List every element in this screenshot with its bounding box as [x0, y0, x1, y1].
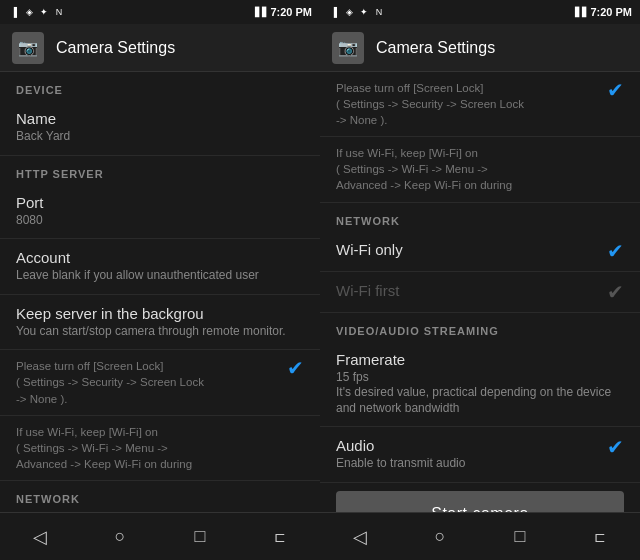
extra-btn-left[interactable]: ⊏	[240, 513, 320, 560]
setting-name[interactable]: Name Back Yard	[0, 100, 320, 156]
toolbar-title-right: Camera Settings	[376, 39, 495, 57]
toolbar-right: 📷 Camera Settings	[320, 24, 640, 72]
scroll-content-left[interactable]: DEVICE Name Back Yard HTTP SERVER Port 8…	[0, 72, 320, 512]
screen-lock-text-left: Please turn off [Screen Lock]( Settings …	[16, 358, 287, 406]
back-btn-left[interactable]: ◁	[0, 513, 80, 560]
status-icons-right: ▐ ◈ ✦ N	[328, 6, 385, 18]
wifi-status-icon-r: ◈	[343, 6, 355, 18]
keep-server-title: Keep server in the backgrou	[16, 305, 296, 322]
framerate-title: Framerate	[336, 351, 616, 368]
signal-icon: ▐	[8, 6, 20, 18]
signal-icon-r: ▐	[328, 6, 340, 18]
status-bar-right: ▐ ◈ ✦ N ▋▋ 7:20 PM	[320, 0, 640, 24]
signal-bars-right: ▋▋	[576, 6, 588, 18]
camera-icon-left: 📷	[12, 32, 44, 64]
keep-server-subtitle: You can start/stop camera through remote…	[16, 324, 296, 340]
account-subtitle: Leave blank if you allow unauthenticated…	[16, 268, 296, 284]
port-title: Port	[16, 194, 296, 211]
setting-port[interactable]: Port 8080	[0, 184, 320, 240]
extra-btn-right[interactable]: ⊏	[560, 513, 640, 560]
audio-subtitle: Enable to transmit audio	[336, 456, 599, 472]
screen-lock-checkbox-left[interactable]: ✔	[287, 358, 304, 378]
nfc-icon-r: N	[373, 6, 385, 18]
section-header-video-audio: VIDEO/AUDIO STREAMING	[320, 313, 640, 341]
section-header-http: HTTP SERVER	[0, 156, 320, 184]
recents-btn-right[interactable]: □	[480, 513, 560, 560]
status-bar-left: ▐ ◈ ✦ N ▋▋ 7:20 PM	[0, 0, 320, 24]
status-right-left: ▋▋ 7:20 PM	[256, 6, 312, 18]
wifi-first-title-right: Wi-Fi first	[336, 282, 599, 299]
bottom-nav-left: ◁ ○ □ ⊏	[0, 512, 320, 560]
bt-icon-r: ✦	[358, 6, 370, 18]
home-btn-left[interactable]: ○	[80, 513, 160, 560]
wifi-status-icon: ◈	[23, 6, 35, 18]
audio-checkbox[interactable]: ✔	[607, 437, 624, 457]
left-panel: ▐ ◈ ✦ N ▋▋ 7:20 PM 📷 Camera Settings DEV…	[0, 0, 320, 560]
setting-keep-server[interactable]: Keep server in the backgrou You can star…	[0, 295, 320, 351]
name-title: Name	[16, 110, 296, 127]
account-title: Account	[16, 249, 296, 266]
screen-lock-checkbox-right[interactable]: ✔	[607, 80, 624, 100]
wifi-keep-notice-left: If use Wi-Fi, keep [Wi-Fi] on( Settings …	[0, 416, 320, 481]
recents-btn-left[interactable]: □	[160, 513, 240, 560]
setting-audio[interactable]: Audio Enable to transmit audio ✔	[320, 427, 640, 483]
section-header-network-right: NETWORK	[320, 203, 640, 231]
camera-icon-right: 📷	[332, 32, 364, 64]
right-panel: ▐ ◈ ✦ N ▋▋ 7:20 PM 📷 Camera Settings Ple…	[320, 0, 640, 560]
bt-icon: ✦	[38, 6, 50, 18]
setting-wifi-only-right[interactable]: Wi-Fi only ✔	[320, 231, 640, 272]
back-btn-right[interactable]: ◁	[320, 513, 400, 560]
signal-bars-left: ▋▋	[256, 6, 268, 18]
status-right-right: ▋▋ 7:20 PM	[576, 6, 632, 18]
audio-title: Audio	[336, 437, 599, 454]
start-camera-button[interactable]: Start camera	[336, 491, 624, 512]
scroll-content-right[interactable]: Please turn off [Screen Lock]( Settings …	[320, 72, 640, 512]
wifi-only-checkbox-right[interactable]: ✔	[607, 241, 624, 261]
toolbar-left: 📷 Camera Settings	[0, 24, 320, 72]
home-btn-right[interactable]: ○	[400, 513, 480, 560]
wifi-first-checkbox-right[interactable]: ✔	[607, 282, 624, 302]
screen-lock-text-right: Please turn off [Screen Lock]( Settings …	[336, 80, 607, 128]
section-header-network-left: NETWORK	[0, 481, 320, 509]
screen-lock-notice-left[interactable]: Please turn off [Screen Lock]( Settings …	[0, 350, 320, 415]
setting-framerate[interactable]: Framerate 15 fpsIt's desired value, prac…	[320, 341, 640, 428]
screen-lock-notice-right[interactable]: Please turn off [Screen Lock]( Settings …	[320, 72, 640, 137]
time-right: 7:20 PM	[590, 6, 632, 18]
time-left: 7:20 PM	[270, 6, 312, 18]
nfc-icon: N	[53, 6, 65, 18]
bottom-nav-right: ◁ ○ □ ⊏	[320, 512, 640, 560]
name-value: Back Yard	[16, 129, 296, 145]
status-icons-left: ▐ ◈ ✦ N	[8, 6, 65, 18]
wifi-keep-notice-right: If use Wi-Fi, keep [Wi-Fi] on( Settings …	[320, 137, 640, 202]
toolbar-title-left: Camera Settings	[56, 39, 175, 57]
wifi-only-title-right: Wi-Fi only	[336, 241, 599, 258]
setting-wifi-first-right[interactable]: Wi-Fi first ✔	[320, 272, 640, 313]
setting-account[interactable]: Account Leave blank if you allow unauthe…	[0, 239, 320, 295]
section-header-device: DEVICE	[0, 72, 320, 100]
framerate-subtitle: 15 fpsIt's desired value, practical depe…	[336, 370, 616, 417]
port-value: 8080	[16, 213, 296, 229]
